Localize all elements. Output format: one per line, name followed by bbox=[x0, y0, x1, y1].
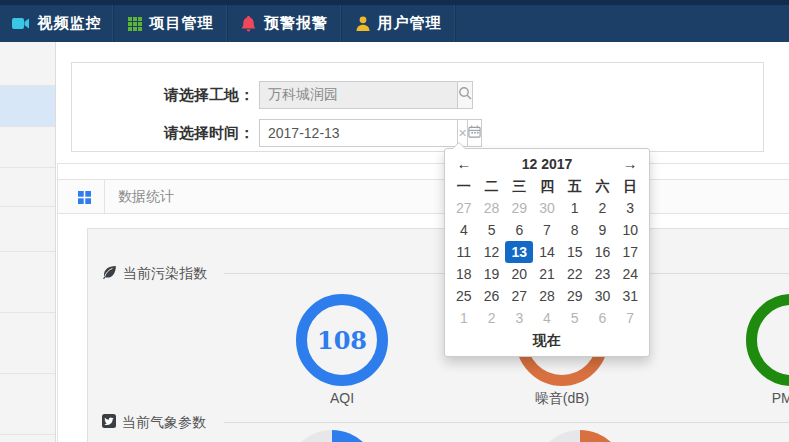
time-input-group: ✕ bbox=[259, 119, 467, 147]
datepicker-month-title[interactable]: 12 2017 bbox=[478, 153, 616, 175]
prev-month-button[interactable]: ← bbox=[450, 153, 478, 175]
stats-section-title: 数据统计 bbox=[118, 180, 174, 213]
video-icon bbox=[12, 17, 30, 30]
calendar-day[interactable]: 9 bbox=[589, 219, 617, 241]
calendar-day[interactable]: 23 bbox=[589, 263, 617, 285]
sidebar-item[interactable] bbox=[0, 86, 55, 127]
calendar-day[interactable]: 15 bbox=[561, 241, 589, 263]
nav-item[interactable]: 项目管理 bbox=[114, 0, 228, 42]
calendar-day[interactable]: 16 bbox=[589, 241, 617, 263]
weather-divider-line bbox=[224, 422, 789, 423]
sidebar-item[interactable] bbox=[0, 313, 55, 374]
twitter-bird-icon bbox=[102, 414, 116, 432]
calendar-day[interactable]: 28 bbox=[478, 197, 506, 219]
calendar-day[interactable]: 21 bbox=[533, 263, 561, 285]
calendar-day[interactable]: 29 bbox=[505, 197, 533, 219]
calendar-day[interactable]: 8 bbox=[561, 219, 589, 241]
sidebar-item[interactable] bbox=[0, 207, 55, 252]
calendar-day[interactable]: 7 bbox=[533, 219, 561, 241]
weekday-label: 一 bbox=[450, 175, 478, 197]
calendar-day[interactable]: 2 bbox=[589, 197, 617, 219]
pollution-title: 当前污染指数 bbox=[123, 265, 207, 283]
time-input[interactable] bbox=[259, 119, 458, 147]
datepicker-now-button[interactable]: 现在 bbox=[450, 329, 644, 351]
calendar-day[interactable]: 30 bbox=[589, 285, 617, 307]
nav-item-label: 视频监控 bbox=[38, 14, 102, 33]
calendar-day[interactable]: 24 bbox=[616, 263, 644, 285]
nav-item[interactable]: 用户管理 bbox=[342, 0, 456, 42]
calendar-day[interactable]: 27 bbox=[505, 285, 533, 307]
sidebar-item[interactable] bbox=[0, 374, 55, 435]
weather-title: 当前气象参数 bbox=[122, 414, 206, 432]
weather-gauge-ring bbox=[286, 430, 378, 442]
weekday-label: 五 bbox=[561, 175, 589, 197]
sidebar-item[interactable] bbox=[0, 42, 55, 86]
site-search-button[interactable] bbox=[457, 81, 473, 109]
weekday-label: 四 bbox=[533, 175, 561, 197]
calendar-day[interactable]: 1 bbox=[561, 197, 589, 219]
calendar-day[interactable]: 17 bbox=[616, 241, 644, 263]
gauge-ring: 108 bbox=[296, 294, 388, 386]
gauge-label: AQI bbox=[296, 390, 388, 406]
gauge-value: 108 bbox=[317, 326, 367, 355]
weekday-row: 一二三四五六日 bbox=[450, 175, 644, 197]
calendar-week-row: 18192021222324 bbox=[450, 263, 644, 285]
calendar-day[interactable]: 10 bbox=[616, 219, 644, 241]
nav-item[interactable]: 预警报警 bbox=[228, 0, 342, 42]
calendar-day[interactable]: 7 bbox=[616, 307, 644, 329]
calendar-day[interactable]: 19 bbox=[478, 263, 506, 285]
calendar-day[interactable]: 28 bbox=[533, 285, 561, 307]
calendar-day[interactable]: 5 bbox=[561, 307, 589, 329]
calendar-day[interactable]: 30 bbox=[533, 197, 561, 219]
next-month-button[interactable]: → bbox=[616, 153, 644, 175]
weekday-label: 日 bbox=[616, 175, 644, 197]
datepicker-header: ← 12 2017 → bbox=[450, 153, 644, 175]
weekday-label: 六 bbox=[589, 175, 617, 197]
calendar-day[interactable]: 2 bbox=[478, 307, 506, 329]
nav-item[interactable]: 视频监控 bbox=[0, 0, 114, 42]
calendar-day[interactable]: 26 bbox=[478, 285, 506, 307]
gauge-panel: 当前污染指数 108 AQI 噪音(dB) PM2.5 当前气象参数 bbox=[87, 228, 789, 442]
user-icon bbox=[356, 16, 370, 31]
calendar-day[interactable]: 1 bbox=[450, 307, 478, 329]
sidebar-item[interactable] bbox=[0, 252, 55, 313]
stats-section-header: 数据统计 bbox=[58, 179, 789, 214]
calendar-day[interactable]: 6 bbox=[505, 219, 533, 241]
datepicker-popup: ← 12 2017 → 一二三四五六日 27282930123456789101… bbox=[444, 148, 650, 357]
nav-item-label: 用户管理 bbox=[378, 14, 442, 33]
calendar-day[interactable]: 4 bbox=[533, 307, 561, 329]
weekday-label: 三 bbox=[505, 175, 533, 197]
grid-icon bbox=[128, 17, 142, 31]
calendar-day[interactable]: 31 bbox=[616, 285, 644, 307]
calendar-day[interactable]: 20 bbox=[505, 263, 533, 285]
leaf-icon bbox=[102, 265, 117, 283]
calendar-day-selected[interactable]: 13 bbox=[505, 241, 533, 263]
calendar-day[interactable]: 27 bbox=[450, 197, 478, 219]
calendar-day[interactable]: 4 bbox=[450, 219, 478, 241]
calendar-day[interactable]: 29 bbox=[561, 285, 589, 307]
site-input[interactable] bbox=[259, 81, 457, 109]
calendar-day[interactable]: 3 bbox=[505, 307, 533, 329]
calendar-day[interactable]: 22 bbox=[561, 263, 589, 285]
calendar-day[interactable]: 18 bbox=[450, 263, 478, 285]
calendar-day[interactable]: 11 bbox=[450, 241, 478, 263]
top-navbar: 视频监控 项目管理 预警报警 用户管理 bbox=[0, 0, 789, 42]
weather-title-row: 当前气象参数 bbox=[102, 414, 206, 432]
gauge-label: PM2.5 bbox=[746, 390, 789, 406]
time-calendar-button[interactable] bbox=[467, 119, 482, 147]
nav-item-label: 预警报警 bbox=[264, 14, 328, 33]
calendar-day[interactable]: 6 bbox=[589, 307, 617, 329]
calendar-day[interactable]: 3 bbox=[616, 197, 644, 219]
calendar-icon bbox=[468, 124, 481, 142]
app-window: 视频监控 项目管理 预警报警 用户管理 请选择工地： 请选择时间： bbox=[0, 0, 789, 442]
calendar-day[interactable]: 14 bbox=[533, 241, 561, 263]
calendar-day[interactable]: 25 bbox=[450, 285, 478, 307]
nav-item-label: 项目管理 bbox=[150, 14, 214, 33]
calendar-week-row: 1234567 bbox=[450, 307, 644, 329]
calendar-day[interactable]: 12 bbox=[478, 241, 506, 263]
calendar-day[interactable]: 5 bbox=[478, 219, 506, 241]
sidebar-item[interactable] bbox=[0, 168, 55, 207]
sidebar-item[interactable] bbox=[0, 127, 55, 168]
calendar-week-row: 25262728293031 bbox=[450, 285, 644, 307]
site-select-label: 请选择工地： bbox=[82, 81, 254, 109]
